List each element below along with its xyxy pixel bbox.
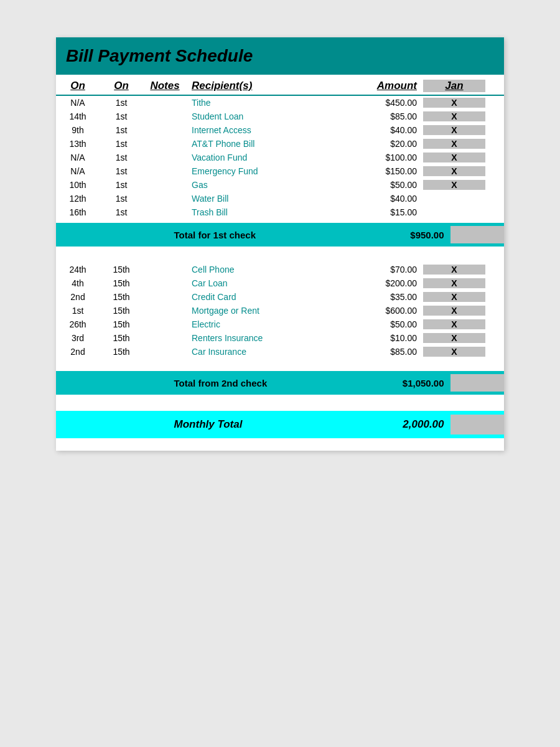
cell-on1: 2nd <box>56 292 100 302</box>
cell-on2: 1st <box>100 180 143 190</box>
cell-on1: 24th <box>56 265 100 275</box>
check1-row: N/A 1st Tithe $450.00 X <box>56 96 504 110</box>
check1-total-amount: $950.00 <box>374 230 450 240</box>
cell-amount: $600.00 <box>336 306 423 316</box>
cell-jan: X <box>423 166 485 176</box>
cell-recipient: Internet Access <box>187 125 336 135</box>
check1-row: 14th 1st Student Loan $85.00 X <box>56 110 504 123</box>
cell-on1: 4th <box>56 278 100 288</box>
cell-on2: 1st <box>100 194 143 204</box>
cell-jan: X <box>423 347 485 357</box>
cell-jan: X <box>423 333 485 343</box>
check2-total-row: Total from 2nd check $1,050.00 <box>56 371 504 395</box>
check1-row: 12th 1st Water Bill $40.00 <box>56 192 504 205</box>
header-col6: Jan <box>423 80 485 92</box>
header-col5: Amount <box>336 80 423 92</box>
check1-row: 9th 1st Internet Access $40.00 X <box>56 123 504 137</box>
cell-amount: $100.00 <box>336 153 423 162</box>
check2-total-amount: $1,050.00 <box>374 378 450 388</box>
check1-row: 13th 1st AT&T Phone Bill $20.00 X <box>56 137 504 151</box>
cell-jan: X <box>423 265 485 275</box>
cell-on2: 15th <box>100 278 143 288</box>
cell-on2: 1st <box>100 207 143 217</box>
cell-on2: 15th <box>100 319 143 329</box>
check2-row: 24th 15th Cell Phone $70.00 X <box>56 263 504 276</box>
header-col3: Notes <box>143 80 187 92</box>
cell-on2: 1st <box>100 139 143 149</box>
cell-on2: 1st <box>100 153 143 162</box>
cell-on2: 15th <box>100 333 143 343</box>
header-col2: On <box>100 80 143 92</box>
cell-on1: N/A <box>56 98 100 108</box>
cell-amount: $450.00 <box>336 98 423 108</box>
monthly-total-label: Monthly Total <box>169 418 375 431</box>
cell-amount: $50.00 <box>336 180 423 190</box>
cell-on2: 15th <box>100 347 143 357</box>
cell-recipient: Student Loan <box>187 111 336 121</box>
cell-amount: $10.00 <box>336 333 423 343</box>
check2-section: 24th 15th Cell Phone $70.00 X 4th 15th C… <box>56 263 504 359</box>
cell-jan: X <box>423 306 485 316</box>
check2-row: 4th 15th Car Loan $200.00 X <box>56 276 504 290</box>
cell-amount: $40.00 <box>336 194 423 204</box>
cell-recipient: Credit Card <box>187 292 336 302</box>
cell-amount: $85.00 <box>336 347 423 357</box>
check1-row: N/A 1st Vacation Fund $100.00 X <box>56 151 504 164</box>
check2-row: 2nd 15th Credit Card $35.00 X <box>56 290 504 304</box>
cell-jan: X <box>423 125 485 135</box>
header-row: On On Notes Recipient(s) Amount Jan <box>56 75 504 96</box>
cell-jan: X <box>423 98 485 108</box>
cell-recipient: Mortgage or Rent <box>187 306 336 316</box>
cell-on2: 1st <box>100 111 143 121</box>
cell-recipient: Car Insurance <box>187 347 336 357</box>
cell-amount: $200.00 <box>336 278 423 288</box>
cell-on2: 15th <box>100 265 143 275</box>
check1-total-label: Total for 1st check <box>169 230 375 240</box>
cell-amount: $50.00 <box>336 319 423 329</box>
cell-amount: $150.00 <box>336 166 423 176</box>
check1-total-jan <box>450 226 504 243</box>
cell-on1: 2nd <box>56 347 100 357</box>
check1-row: 10th 1st Gas $50.00 X <box>56 178 504 192</box>
cell-on2: 1st <box>100 166 143 176</box>
cell-recipient: Renters Insurance <box>187 333 336 343</box>
cell-jan: X <box>423 180 485 190</box>
cell-on1: 12th <box>56 194 100 204</box>
cell-recipient: AT&T Phone Bill <box>187 139 336 149</box>
header-col1: On <box>56 80 100 92</box>
cell-on1: 14th <box>56 111 100 121</box>
cell-jan: X <box>423 139 485 149</box>
check1-total-row: Total for 1st check $950.00 <box>56 223 504 247</box>
cell-amount: $20.00 <box>336 139 423 149</box>
cell-jan: X <box>423 153 485 162</box>
cell-on1: 16th <box>56 207 100 217</box>
cell-amount: $70.00 <box>336 265 423 275</box>
check2-total-jan <box>450 374 504 392</box>
cell-on2: 15th <box>100 292 143 302</box>
cell-on1: 1st <box>56 306 100 316</box>
cell-on1: 10th <box>56 180 100 190</box>
cell-on1: 9th <box>56 125 100 135</box>
check1-row: 16th 1st Trash Bill $15.00 <box>56 205 504 219</box>
cell-recipient: Cell Phone <box>187 265 336 275</box>
cell-on2: 1st <box>100 98 143 108</box>
cell-on2: 1st <box>100 125 143 135</box>
title-bar: Bill Payment Schedule <box>56 37 504 75</box>
cell-on1: 13th <box>56 139 100 149</box>
check2-row: 1st 15th Mortgage or Rent $600.00 X <box>56 304 504 317</box>
cell-on1: N/A <box>56 153 100 162</box>
cell-amount: $85.00 <box>336 111 423 121</box>
cell-recipient: Vacation Fund <box>187 153 336 162</box>
monthly-total-jan <box>450 415 504 435</box>
cell-on1: 26th <box>56 319 100 329</box>
check2-row: 2nd 15th Car Insurance $85.00 X <box>56 345 504 359</box>
cell-jan: X <box>423 111 485 121</box>
cell-on1: N/A <box>56 166 100 176</box>
cell-amount: $35.00 <box>336 292 423 302</box>
header-col4: Recipient(s) <box>187 80 336 92</box>
cell-recipient: Trash Bill <box>187 207 336 217</box>
cell-jan: X <box>423 319 485 329</box>
monthly-total-amount: 2,000.00 <box>374 418 450 431</box>
cell-recipient: Emergency Fund <box>187 166 336 176</box>
cell-recipient: Electric <box>187 319 336 329</box>
